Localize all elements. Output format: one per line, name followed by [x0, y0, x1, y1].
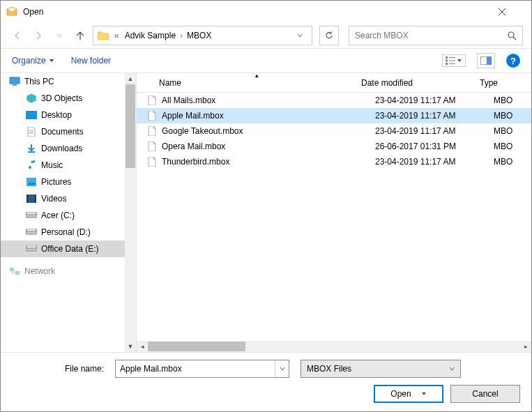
column-name[interactable]: ▴ Name — [145, 78, 361, 88]
scroll-track[interactable] — [125, 84, 136, 341]
filename-input[interactable] — [116, 364, 275, 374]
network-icon — [9, 266, 20, 277]
file-date: 23-04-2019 11:17 AM — [375, 157, 494, 167]
svg-rect-6 — [449, 63, 455, 64]
file-row[interactable]: Apple Mail.mbox23-04-2019 11:17 AMMBO — [137, 108, 531, 123]
file-row[interactable]: Thunderbird.mbox23-04-2019 11:17 AMMBO — [137, 154, 531, 169]
file-date: 23-04-2019 11:17 AM — [375, 126, 494, 136]
file-row[interactable]: All Mails.mbox23-04-2019 11:17 AMMBO — [137, 93, 531, 108]
svg-rect-8 — [487, 56, 492, 65]
tree-network[interactable]: Network — [1, 263, 125, 280]
file-row[interactable]: Google Takeout.mbox23-04-2019 11:17 AMMB… — [137, 123, 531, 139]
recent-dropdown[interactable] — [51, 27, 68, 44]
breadcrumb[interactable]: « Advik Sample › MBOX — [93, 26, 312, 45]
music-icon — [26, 160, 37, 171]
help-button[interactable]: ? — [506, 54, 520, 68]
svg-rect-22 — [26, 229, 36, 231]
file-type: MBO — [494, 142, 531, 151]
breadcrumb-separator[interactable]: › — [180, 31, 183, 40]
bottom-panel: File name: MBOX Files Open Cancel — [1, 352, 531, 411]
tree-drive-e[interactable]: Office Data (E:) — [1, 241, 125, 257]
svg-rect-25 — [10, 268, 14, 271]
close-button[interactable] — [498, 8, 526, 16]
file-name: All Mails.mbox — [159, 96, 375, 105]
filename-dropdown[interactable] — [275, 360, 289, 377]
up-button[interactable] — [72, 27, 89, 44]
column-date[interactable]: Date modified — [361, 78, 480, 88]
svg-rect-18 — [35, 194, 36, 203]
file-list-area: ▴ Name Date modified Type All Mails.mbox… — [137, 73, 531, 352]
new-folder-label: New folder — [71, 56, 111, 66]
open-button[interactable]: Open — [374, 385, 443, 403]
svg-rect-3 — [446, 63, 448, 65]
svg-rect-16 — [26, 194, 36, 203]
tree-this-pc[interactable]: This PC — [1, 73, 125, 90]
organize-label: Organize — [12, 56, 46, 66]
tree-3d-objects[interactable]: 3D Objects — [1, 90, 125, 107]
tree-drive-c[interactable]: Acer (C:) — [1, 207, 125, 224]
list-view-icon — [446, 56, 455, 65]
filename-combo[interactable] — [115, 360, 289, 378]
sort-indicator-icon: ▴ — [255, 72, 259, 79]
cancel-button[interactable]: Cancel — [450, 385, 520, 403]
file-icon — [145, 111, 159, 121]
scroll-thumb[interactable] — [126, 84, 135, 168]
search-input[interactable] — [355, 31, 507, 40]
file-date: 26-06-2017 01:31 PM — [375, 142, 494, 151]
breadcrumb-part-1[interactable]: Advik Sample — [122, 31, 178, 40]
breadcrumb-part-2[interactable]: MBOX — [184, 31, 214, 40]
column-type[interactable]: Type — [480, 78, 531, 88]
chevron-down-icon — [457, 58, 462, 63]
tree-label: Acer (C:) — [41, 211, 75, 220]
forward-button[interactable] — [30, 27, 47, 44]
scroll-track[interactable] — [148, 341, 520, 352]
scroll-thumb[interactable] — [148, 342, 245, 351]
file-row[interactable]: Opera Mail.mbox26-06-2017 01:31 PMMBO — [137, 139, 531, 154]
tree-documents[interactable]: Documents — [1, 123, 125, 140]
titlebar: Open — [1, 1, 531, 23]
filename-label: File name: — [12, 364, 109, 374]
file-date: 23-04-2019 11:17 AM — [375, 96, 494, 105]
preview-pane-icon — [480, 56, 492, 65]
horizontal-scrollbar[interactable]: ◂ ▸ — [137, 341, 531, 352]
scroll-right-arrow[interactable]: ▸ — [520, 343, 531, 350]
tree-music[interactable]: Music — [1, 157, 125, 174]
scroll-down-arrow[interactable]: ▼ — [125, 341, 136, 352]
filetype-label: MBOX Files — [307, 364, 449, 374]
videos-icon — [26, 193, 37, 204]
svg-rect-5 — [449, 61, 455, 61]
tree-downloads[interactable]: Downloads — [1, 140, 125, 157]
tree-drive-d[interactable]: Personal (D:) — [1, 224, 125, 241]
window-title: Open — [23, 7, 498, 17]
refresh-button[interactable] — [319, 26, 339, 45]
scroll-up-arrow[interactable]: ▲ — [125, 73, 136, 84]
split-chevron-icon[interactable] — [421, 391, 427, 397]
new-folder-button[interactable]: New folder — [71, 56, 111, 66]
file-name: Google Takeout.mbox — [159, 126, 375, 136]
breadcrumb-root-chevron[interactable]: « — [114, 31, 119, 40]
monitor-icon — [9, 76, 20, 87]
file-type: MBO — [494, 111, 531, 121]
filetype-select[interactable]: MBOX Files — [301, 360, 461, 378]
back-button[interactable] — [9, 27, 26, 44]
chevron-down-icon — [449, 366, 455, 372]
svg-rect-13 — [29, 132, 33, 133]
tree-videos[interactable]: Videos — [1, 190, 125, 207]
breadcrumb-dropdown[interactable] — [296, 32, 309, 39]
drive-icon — [26, 243, 37, 254]
search-icon[interactable] — [507, 31, 517, 40]
file-icon — [145, 142, 159, 151]
tree-pictures[interactable]: Pictures — [1, 174, 125, 190]
tree-label: This PC — [24, 77, 54, 86]
file-icon — [145, 126, 159, 136]
search-box[interactable] — [349, 26, 523, 45]
tree-label: Personal (D:) — [41, 227, 91, 237]
document-icon — [26, 126, 37, 137]
organize-menu[interactable]: Organize — [12, 56, 54, 66]
view-mode-button[interactable] — [442, 54, 466, 67]
tree-desktop[interactable]: Desktop — [1, 107, 125, 123]
sidebar-scrollbar[interactable]: ▲ ▼ — [125, 73, 136, 352]
column-headers: ▴ Name Date modified Type — [137, 73, 531, 93]
scroll-left-arrow[interactable]: ◂ — [137, 343, 148, 350]
preview-pane-button[interactable] — [477, 53, 495, 68]
